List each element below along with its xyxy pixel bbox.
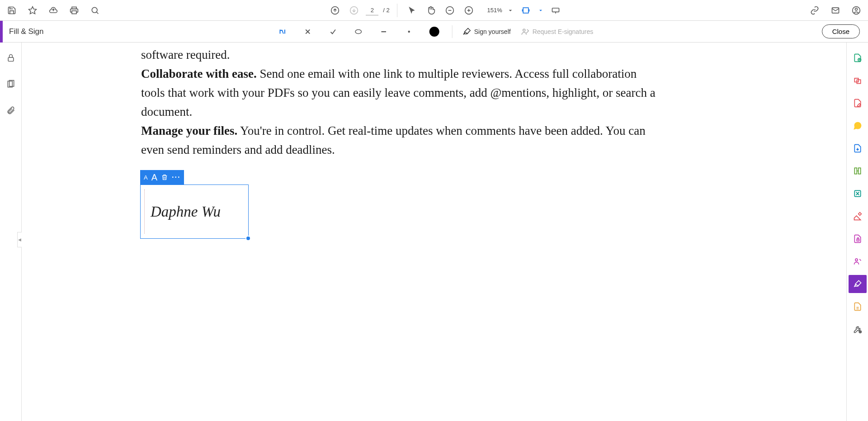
svg-rect-2: [72, 7, 76, 9]
fill-sign-toolbar: Fill & Sign Sign yourself Request E-sign…: [0, 21, 868, 43]
sign-yourself-icon: [462, 27, 472, 36]
sign-yourself-button[interactable]: Sign yourself: [462, 27, 511, 36]
select-tool-icon[interactable]: [405, 3, 419, 18]
line-tool-icon[interactable]: [376, 24, 392, 39]
hand-tool-icon[interactable]: [424, 3, 438, 18]
svg-rect-29: [854, 168, 857, 174]
top-toolbar: / 2 151%: [0, 0, 868, 21]
email-icon[interactable]: [828, 3, 843, 18]
close-button[interactable]: Close: [822, 24, 860, 38]
svg-point-22: [523, 29, 525, 31]
star-icon[interactable]: [25, 3, 40, 18]
pdf-page: software required. Collaborate with ease…: [22, 43, 846, 421]
doc-p1-bold: Collaborate with ease.: [141, 67, 257, 80]
x-mark-tool-icon[interactable]: [300, 24, 316, 39]
share-link-icon[interactable]: [807, 3, 822, 18]
svg-rect-30: [858, 168, 860, 174]
page-down-icon[interactable]: [347, 3, 361, 18]
request-signatures-button[interactable]: Request E-signatures: [521, 27, 594, 36]
signature-size-up[interactable]: A: [151, 172, 157, 183]
signature-resize-handle[interactable]: [245, 236, 251, 241]
svg-rect-13: [552, 8, 559, 12]
document-viewport[interactable]: software required. Collaborate with ease…: [22, 43, 846, 421]
fill-sign-title: Fill & Sign: [3, 27, 50, 36]
protect-tool-icon[interactable]: [849, 230, 867, 248]
svg-rect-12: [523, 8, 528, 13]
organize-tool-icon[interactable]: [849, 162, 867, 180]
thumbnails-icon[interactable]: [4, 77, 18, 91]
signature-box[interactable]: Daphne Wu: [140, 184, 249, 239]
fill-sign-tool-icon[interactable]: [849, 275, 867, 293]
zoom-dropdown-icon[interactable]: [507, 3, 514, 18]
account-icon[interactable]: [849, 3, 863, 18]
signature-widget[interactable]: A A ··· Daphne Wu: [140, 170, 249, 239]
sign-yourself-label: Sign yourself: [474, 28, 511, 35]
svg-point-21: [408, 30, 410, 33]
svg-line-4: [96, 12, 98, 14]
combine-tool-icon[interactable]: [849, 71, 867, 90]
signature-toolbar: A A ···: [140, 170, 184, 184]
svg-rect-32: [857, 239, 859, 241]
svg-point-19: [355, 29, 362, 33]
compress-tool-icon[interactable]: [849, 184, 867, 203]
signature-size-down[interactable]: A: [144, 174, 148, 181]
zoom-in-icon[interactable]: [462, 3, 476, 18]
zoom-level-label: 151%: [481, 7, 502, 14]
text-tool-icon[interactable]: [275, 24, 290, 39]
page-up-icon[interactable]: [328, 3, 342, 18]
redact-tool-icon[interactable]: [849, 207, 867, 225]
right-tools-rail: [846, 43, 868, 421]
check-tool-icon[interactable]: [326, 24, 341, 39]
svg-point-3: [92, 7, 97, 13]
lock-icon[interactable]: [4, 51, 18, 65]
svg-marker-0: [29, 6, 37, 14]
request-signatures-tool-icon[interactable]: [849, 252, 867, 270]
dot-tool-icon[interactable]: [401, 24, 417, 39]
signature-delete-icon[interactable]: [161, 174, 168, 181]
left-rail: ◀: [0, 43, 22, 421]
signature-text: Daphne Wu: [147, 203, 221, 220]
cloud-upload-icon[interactable]: [46, 3, 61, 18]
request-signatures-icon: [521, 27, 530, 36]
convert-tool-icon[interactable]: [849, 298, 867, 316]
left-rail-collapse-icon[interactable]: ◀: [17, 232, 22, 247]
print-icon[interactable]: [67, 3, 81, 18]
request-signatures-label: Request E-signatures: [533, 28, 594, 35]
zoom-out-icon[interactable]: [443, 3, 457, 18]
comment-tool-icon[interactable]: [849, 117, 867, 135]
color-picker[interactable]: [427, 24, 442, 39]
fit-dropdown-icon[interactable]: [538, 3, 544, 18]
search-icon[interactable]: [88, 3, 102, 18]
doc-p2-bold: Manage your files.: [141, 124, 237, 137]
page-total-label: / 2: [383, 7, 389, 14]
signature-more-icon[interactable]: ···: [172, 173, 180, 181]
edit-pdf-tool-icon[interactable]: [849, 94, 867, 112]
main-area: ◀ software required. Collaborate with ea…: [0, 43, 868, 421]
svg-rect-1: [72, 10, 76, 14]
svg-point-33: [855, 259, 858, 261]
export-pdf-tool-icon[interactable]: [849, 139, 867, 157]
doc-p0-tail: software required.: [141, 48, 230, 61]
svg-rect-23: [8, 57, 14, 61]
fit-width-icon[interactable]: [519, 3, 533, 18]
page-number-input[interactable]: [366, 5, 378, 15]
attachments-icon[interactable]: [4, 103, 18, 118]
circle-tool-icon[interactable]: [351, 24, 366, 39]
create-pdf-tool-icon[interactable]: [849, 49, 867, 67]
keyboard-icon[interactable]: [548, 3, 563, 18]
save-icon[interactable]: [5, 3, 19, 18]
svg-point-16: [855, 8, 858, 10]
more-tools-icon[interactable]: [849, 320, 867, 338]
